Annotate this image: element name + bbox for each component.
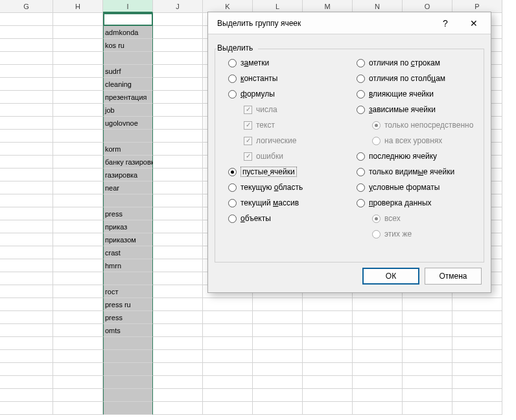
cell[interactable] [153, 78, 203, 91]
cell[interactable] [403, 337, 452, 350]
column-header-l[interactable]: L [253, 0, 303, 13]
cell[interactable]: hmrn [103, 259, 153, 272]
cell[interactable] [353, 298, 403, 311]
cell[interactable] [103, 363, 153, 376]
cell[interactable] [203, 376, 253, 389]
cell[interactable] [0, 389, 53, 402]
cell[interactable] [253, 389, 303, 402]
cell[interactable] [153, 91, 203, 104]
cell[interactable] [53, 39, 103, 52]
cell[interactable] [403, 298, 452, 311]
cell[interactable] [53, 376, 103, 389]
cell[interactable] [53, 181, 103, 194]
column-header-i[interactable]: I [103, 0, 153, 13]
cell[interactable] [53, 389, 103, 402]
cell[interactable] [0, 350, 53, 363]
cell[interactable] [0, 246, 53, 259]
cell[interactable] [203, 337, 253, 350]
cell[interactable] [53, 259, 103, 272]
radio-объекты[interactable]: объекты [228, 213, 303, 224]
cell[interactable] [153, 104, 203, 117]
cell[interactable] [0, 143, 53, 156]
cell[interactable]: crast [103, 246, 153, 259]
cell[interactable] [153, 246, 203, 259]
cell[interactable] [153, 65, 203, 78]
cell[interactable] [53, 156, 103, 169]
column-header-j[interactable]: J [153, 0, 203, 13]
cell[interactable] [253, 350, 303, 363]
cell[interactable] [253, 298, 303, 311]
cell[interactable] [0, 311, 53, 324]
cell[interactable] [253, 363, 303, 376]
cell[interactable]: гост [103, 285, 153, 298]
cell[interactable] [303, 376, 353, 389]
cell[interactable] [0, 52, 53, 65]
cell[interactable] [253, 311, 303, 324]
cell[interactable]: ugolovnoe [103, 117, 153, 130]
cell[interactable] [153, 233, 203, 246]
cell[interactable] [53, 324, 103, 337]
cell[interactable] [253, 337, 303, 350]
radio-условные-форматы[interactable]: условные форматы [357, 182, 473, 192]
cell[interactable] [253, 402, 303, 415]
cell[interactable] [0, 324, 53, 337]
column-header-g[interactable]: G [0, 0, 53, 13]
cell[interactable] [53, 13, 103, 26]
cell[interactable] [0, 272, 53, 285]
cell[interactable] [403, 311, 452, 324]
cell[interactable] [0, 207, 53, 220]
cell[interactable]: приказ [103, 220, 153, 233]
cell[interactable] [452, 324, 502, 337]
cell[interactable] [53, 117, 103, 130]
cell[interactable] [403, 350, 452, 363]
cell[interactable] [0, 402, 53, 415]
cell[interactable] [53, 233, 103, 246]
cell[interactable] [253, 376, 303, 389]
cell[interactable] [0, 39, 53, 52]
cell[interactable] [0, 363, 53, 376]
cell[interactable] [353, 363, 403, 376]
cell[interactable] [353, 337, 403, 350]
cell[interactable] [353, 324, 403, 337]
cell[interactable] [303, 350, 353, 363]
cell[interactable] [153, 143, 203, 156]
cell[interactable] [153, 259, 203, 272]
radio-зависимые-ячейки[interactable]: зависимые ячейки [357, 104, 473, 115]
cell[interactable] [0, 91, 53, 104]
cell[interactable] [103, 337, 153, 350]
radio-отличия-по-столбцам[interactable]: отличия по столбцам [357, 73, 473, 84]
radio-только-видимые-ячейки[interactable]: только видимые ячейки [357, 167, 473, 177]
cell[interactable] [53, 298, 103, 311]
cell[interactable] [53, 402, 103, 415]
cell[interactable] [452, 350, 502, 363]
radio-проверка-данных[interactable]: проверка данных [357, 198, 473, 208]
cell[interactable]: банку газировки [103, 156, 153, 169]
cell[interactable] [0, 169, 53, 181]
cell[interactable] [53, 26, 103, 39]
column-header-m[interactable]: M [303, 0, 353, 13]
cell[interactable] [153, 207, 203, 220]
cell[interactable] [303, 389, 353, 402]
cell[interactable] [353, 311, 403, 324]
cell[interactable] [353, 350, 403, 363]
cell[interactable] [0, 26, 53, 39]
cell[interactable] [0, 376, 53, 389]
cell[interactable]: газировка [103, 169, 153, 181]
cell[interactable] [353, 389, 403, 402]
cell[interactable]: презентация [103, 91, 153, 104]
cell[interactable] [153, 220, 203, 233]
cell[interactable] [153, 26, 203, 39]
radio-константы[interactable]: константы [228, 73, 303, 84]
dialog-titlebar[interactable]: Выделить группу ячеек ? ✕ [208, 12, 491, 34]
cell[interactable] [53, 52, 103, 65]
cell[interactable] [0, 104, 53, 117]
cell[interactable] [403, 376, 452, 389]
cell[interactable]: sudrf [103, 65, 153, 78]
column-header-o[interactable]: O [403, 0, 452, 13]
cell[interactable] [103, 402, 153, 415]
cell[interactable] [153, 130, 203, 143]
cell[interactable] [153, 376, 203, 389]
cell[interactable] [0, 337, 53, 350]
radio-текущую-область[interactable]: текущую область [228, 182, 303, 192]
cell[interactable] [403, 389, 452, 402]
